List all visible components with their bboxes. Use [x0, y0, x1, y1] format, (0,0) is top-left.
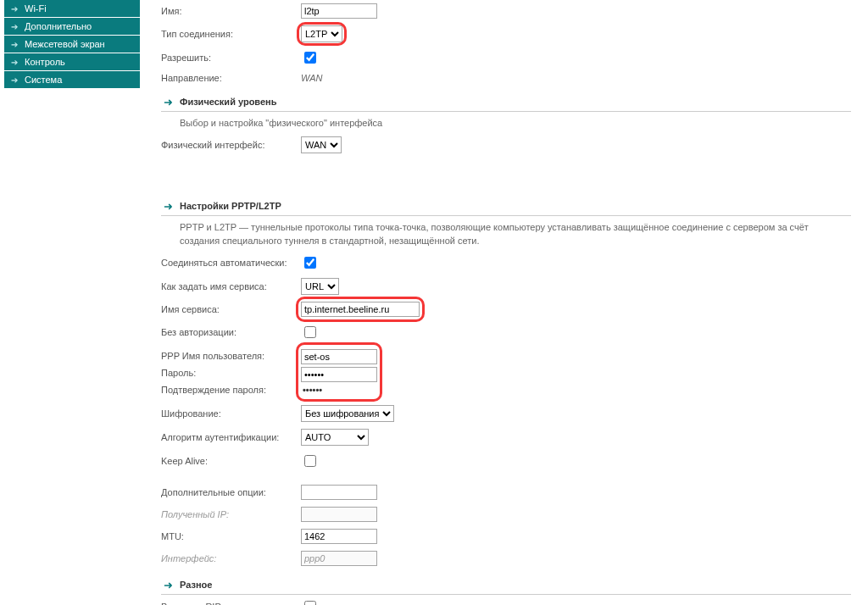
section-physical-header: ➜ Физический уровень	[161, 92, 851, 112]
section-misc-title: Разное	[180, 580, 212, 590]
allow-checkbox[interactable]	[304, 52, 316, 64]
service-name-label: Имя сервиса:	[161, 304, 301, 314]
section-physical-title: Физический уровень	[180, 97, 277, 107]
mtu-label: MTU:	[161, 531, 301, 541]
sidebar-item-label: Wi-Fi	[25, 3, 47, 14]
sidebar-item-label: Дополнительно	[25, 21, 92, 31]
name-input[interactable]	[301, 3, 377, 19]
sidebar-item-label: Система	[25, 75, 62, 85]
sidebar-item-advanced[interactable]: ➔ Дополнительно	[4, 18, 140, 36]
sidebar-item-system[interactable]: ➔ Система	[4, 71, 140, 89]
auth-algo-label: Алгоритм аутентификации:	[161, 432, 301, 442]
rip-label: Включить RIP:	[161, 602, 301, 605]
keepalive-label: Keep Alive:	[161, 456, 301, 466]
allow-label: Разрешить:	[161, 53, 301, 63]
sidebar-item-firewall[interactable]: ➔ Межсетевой экран	[4, 36, 140, 53]
service-mode-label: Как задать имя сервиса:	[161, 281, 301, 291]
phys-iface-label: Физический интерфейс:	[161, 140, 301, 150]
ppp-user-label: PPP Имя пользователя:	[161, 351, 264, 361]
encryption-label: Шифрование:	[161, 408, 301, 419]
arrow-right-icon: ➔	[11, 75, 19, 85]
arrow-right-icon: ➔	[11, 40, 19, 49]
mtu-input[interactable]	[301, 529, 377, 544]
section-misc-header: ➜ Разное	[161, 574, 851, 595]
noauth-label: Без авторизации:	[161, 327, 301, 337]
noauth-checkbox[interactable]	[304, 326, 316, 338]
arrow-right-icon: ➔	[11, 58, 19, 67]
conn-type-select[interactable]: L2TP	[301, 25, 342, 42]
section-toggle-icon[interactable]: ➜	[161, 199, 175, 213]
password-confirm-static: ••••••	[301, 385, 377, 395]
sidebar: ➔ Wi-Fi ➔ Дополнительно ➔ Межсетевой экр…	[4, 0, 140, 89]
main-content: Имя: Тип соединения: L2TP Разрешить:	[140, 0, 868, 605]
password-confirm-label: Подтверждение пароля:	[161, 385, 266, 395]
extra-opts-label: Дополнительные опции:	[161, 487, 301, 497]
section-physical-desc: Выбор и настройка "физического" интерфей…	[161, 112, 851, 133]
service-mode-select[interactable]: URL	[301, 278, 339, 295]
auto-connect-checkbox[interactable]	[304, 257, 316, 269]
sidebar-item-wifi[interactable]: ➔ Wi-Fi	[4, 0, 140, 18]
section-toggle-icon[interactable]: ➜	[161, 95, 175, 108]
password-input[interactable]	[301, 367, 377, 382]
section-pptp-title: Настройки PPTP/L2TP	[180, 201, 281, 211]
section-pptp-header: ➜ Настройки PPTP/L2TP	[161, 196, 851, 216]
sidebar-item-control[interactable]: ➔ Контроль	[4, 53, 140, 71]
phys-iface-select[interactable]: WAN	[301, 136, 342, 153]
section-toggle-icon[interactable]: ➜	[161, 578, 175, 591]
encryption-select[interactable]: Без шифрования	[301, 405, 394, 422]
password-label: Пароль:	[161, 368, 196, 378]
conn-type-label: Тип соединения:	[161, 29, 301, 39]
sidebar-item-label: Межсетевой экран	[25, 39, 105, 49]
name-label: Имя:	[161, 6, 301, 16]
service-name-input[interactable]	[301, 302, 420, 317]
extra-opts-input[interactable]	[301, 485, 377, 500]
auto-connect-label: Соединяться автоматически:	[161, 258, 301, 268]
arrow-right-icon: ➔	[11, 22, 19, 31]
interface-label: Интерфейс:	[161, 553, 301, 563]
keepalive-checkbox[interactable]	[304, 455, 316, 467]
section-pptp-desc: PPTP и L2TP — туннельные протоколы типа …	[161, 216, 851, 251]
rip-checkbox[interactable]	[304, 601, 316, 605]
received-ip-input	[301, 507, 377, 522]
auth-algo-select[interactable]: AUTO	[301, 429, 369, 446]
direction-value: WAN	[301, 73, 851, 83]
direction-label: Направление:	[161, 73, 301, 83]
interface-input	[301, 551, 377, 566]
sidebar-item-label: Контроль	[25, 57, 65, 67]
ppp-user-input[interactable]	[301, 349, 377, 364]
arrow-right-icon: ➔	[11, 4, 19, 14]
received-ip-label: Полученный IP:	[161, 509, 301, 519]
